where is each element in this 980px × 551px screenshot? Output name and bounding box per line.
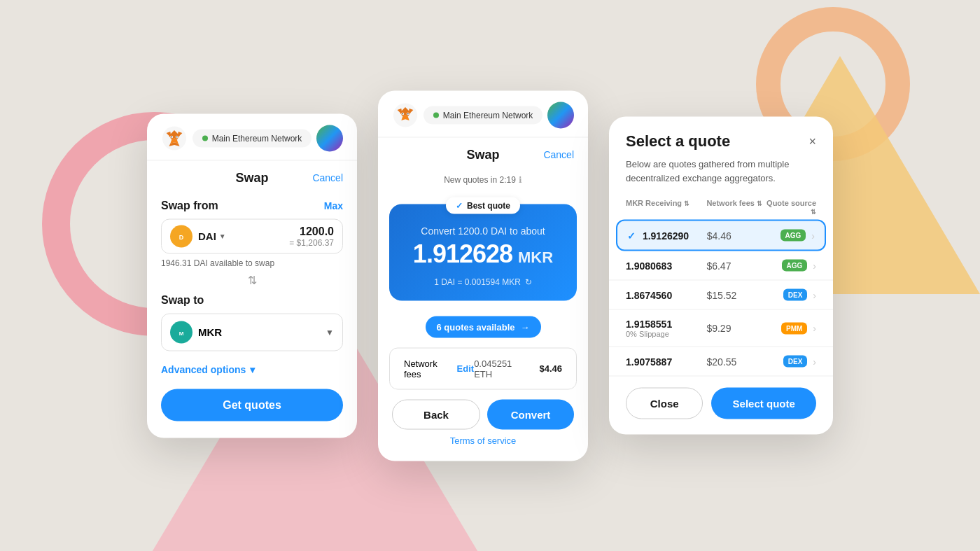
fees-right: 0.045251 ETH $4.46 [474, 358, 562, 379]
network-label-2: Main Ethereum Network [443, 110, 533, 120]
advanced-options-label: Advanced options [161, 363, 246, 375]
sort-receiving-icon[interactable]: ⇅ [684, 200, 690, 207]
convert-amount: 1.912628 [413, 239, 512, 268]
network-badge-2[interactable]: Main Ethereum Network [424, 106, 543, 124]
to-token-left: M MKR [170, 321, 222, 343]
source-badge-agg: AGG [782, 260, 808, 272]
convert-button[interactable]: Convert [487, 399, 574, 429]
svg-text:M: M [179, 330, 184, 336]
chevron-right-icon: › [813, 289, 816, 300]
sort-fees-icon[interactable]: ⇅ [757, 200, 762, 207]
card1-title: Swap [235, 170, 268, 185]
quotes-available-button[interactable]: 6 quotes available → [426, 316, 541, 337]
quote-amount: 1.9075887 [626, 356, 706, 367]
card3-subtitle: Below are quotes gathered from multiple … [609, 158, 833, 195]
quote-row[interactable]: 1.8674560 $15.52 DEX › [609, 281, 833, 310]
arrow-right-icon: → [521, 321, 530, 332]
svg-point-22 [402, 113, 403, 114]
cancel-button-2[interactable]: Cancel [543, 149, 574, 160]
mkr-token-icon: M [170, 321, 192, 343]
network-badge-1[interactable]: Main Ethereum Network [192, 129, 312, 147]
rate-row: 1 DAI = 0.001594 MKR ↻ [403, 277, 563, 286]
card1-header: Main Ethereum Network [147, 113, 357, 160]
card-convert-preview: Main Ethereum Network Swap Cancel New qu… [378, 90, 588, 461]
best-quote-badge: ✓ Best quote [446, 197, 520, 214]
avatar-1 [316, 125, 343, 151]
quotes-timer: New quotes in 2:19 ℹ [378, 169, 588, 187]
edit-fees-link[interactable]: Edit [457, 363, 475, 374]
to-token-name: MKR [198, 326, 222, 338]
to-token-row: M MKR ▼ [161, 313, 343, 351]
card3-title: Select a quote [626, 132, 730, 151]
close-icon[interactable]: × [808, 134, 816, 148]
get-quotes-button[interactable]: Get quotes [161, 389, 343, 421]
select-quote-button[interactable]: Select quote [711, 388, 816, 419]
from-token-dropdown-icon: ▼ [219, 232, 226, 240]
chevron-right-icon: › [813, 323, 816, 334]
slippage-text: 0% Slippage [626, 330, 706, 338]
to-token-dropdown-icon[interactable]: ▼ [326, 327, 334, 337]
chevron-right-icon: › [811, 230, 815, 241]
col-receiving-header: MKR Receiving ⇅ [626, 199, 706, 216]
checkmark-icon: ✓ [456, 200, 463, 210]
card2-body: New quotes in 2:19 ℹ ✓ Best quote Conver… [378, 169, 588, 461]
quotes-available-row: 6 quotes available → [378, 307, 588, 337]
source-badge-agg: AGG [780, 230, 806, 242]
from-token-selector[interactable]: DAI ▼ [198, 230, 226, 242]
source-badge-dex: DEX [783, 356, 808, 368]
quote-amount: 1.9158551 0% Slippage [626, 319, 706, 338]
quote-source: AGG › [764, 230, 815, 242]
card-swap-input: Main Ethereum Network Swap Cancel Swap f… [147, 113, 357, 438]
quote-source: PMM › [764, 322, 816, 334]
quote-fee: $9.29 [706, 323, 764, 334]
svg-point-9 [171, 136, 172, 137]
avatar-2 [547, 102, 574, 128]
dai-token-icon: D [170, 225, 192, 247]
close-quote-button[interactable]: Close [626, 388, 703, 419]
quote-source: AGG › [764, 260, 816, 272]
network-fees-row: Network fees Edit 0.045251 ETH $4.46 [389, 347, 577, 389]
convert-unit: MKR [518, 248, 553, 266]
eth-fee: 0.045251 ETH [474, 358, 532, 379]
card2-title-row: Swap Cancel [378, 137, 588, 169]
quote-row[interactable]: ✓ 1.9126290 $4.46 AGG › [616, 220, 826, 251]
network-dot-2 [433, 112, 439, 118]
cards-container: Main Ethereum Network Swap Cancel Swap f… [147, 90, 833, 461]
sort-source-icon[interactable]: ⇅ [811, 209, 816, 216]
swap-direction-icon: ⇅ [161, 273, 343, 286]
swap-from-label: Swap from Max [161, 199, 343, 211]
network-label-1: Main Ethereum Network [212, 133, 302, 143]
source-badge-dex: DEX [783, 289, 808, 301]
convert-box: Convert 1200.0 DAI to about 1.912628 MKR… [389, 204, 577, 300]
card2-buttons: Back Convert [378, 389, 588, 435]
back-button[interactable]: Back [392, 399, 480, 429]
cancel-button-1[interactable]: Cancel [312, 172, 343, 183]
from-token-name: DAI [198, 230, 216, 242]
fee-usd: $4.46 [539, 363, 562, 374]
from-usd-value: = $1,206.37 [232, 237, 334, 247]
quote-fee: $6.47 [706, 260, 764, 271]
svg-point-10 [176, 136, 178, 137]
advanced-options-chevron-icon: ▾ [250, 363, 255, 375]
card2-header: Main Ethereum Network [378, 90, 588, 137]
max-link[interactable]: Max [324, 200, 343, 211]
info-icon: ℹ [519, 174, 522, 184]
card3-header: Select a quote × [609, 117, 833, 158]
quote-amount: ✓ 1.9126290 [627, 230, 707, 241]
quote-fee: $4.46 [707, 230, 764, 241]
available-text: 1946.31 DAI available to swap [161, 258, 343, 267]
from-amount-input[interactable]: 1200.0 [232, 225, 334, 237]
quote-fee: $20.55 [706, 356, 764, 367]
card1-title-row: Swap Cancel [147, 160, 357, 192]
terms-of-service-link[interactable]: Terms of service [378, 435, 588, 455]
card-select-quote: Select a quote × Below are quotes gather… [609, 117, 833, 435]
quote-amount: 1.9080683 [626, 260, 706, 271]
refresh-icon: ↻ [525, 277, 532, 286]
chevron-right-icon: › [813, 260, 816, 271]
chevron-right-icon: › [813, 356, 816, 367]
advanced-options-toggle[interactable]: Advanced options ▾ [161, 363, 343, 375]
quote-row[interactable]: 1.9080683 $6.47 AGG › [609, 251, 833, 281]
quote-row[interactable]: 1.9158551 0% Slippage $9.29 PMM › [609, 310, 833, 347]
metamask-fox-icon-2 [392, 102, 419, 128]
quote-row[interactable]: 1.9075887 $20.55 DEX › [609, 347, 833, 377]
